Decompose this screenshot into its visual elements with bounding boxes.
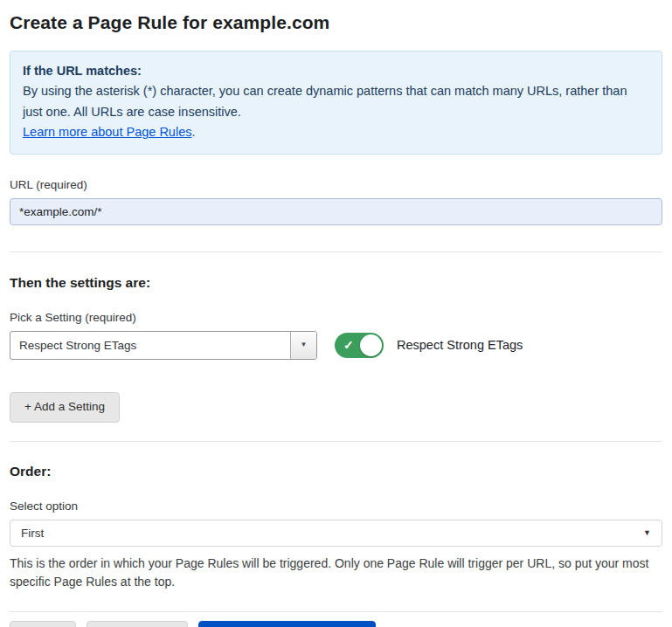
create-page-rule-panel: Create a Page Rule for example.com If th…	[0, 0, 672, 627]
check-icon: ✓	[343, 339, 354, 351]
page-title: Create a Page Rule for example.com	[10, 12, 662, 33]
save-draft-button[interactable]: Save as Draft	[87, 621, 188, 627]
url-field-label: URL (required)	[10, 178, 662, 191]
divider-after-settings	[10, 441, 662, 442]
order-help-text: This is the order in which your Page Rul…	[10, 555, 662, 591]
footer-actions: Cancel Save as Draft Save and Deploy Pag…	[10, 621, 662, 627]
order-select-value: First	[21, 527, 44, 540]
url-match-info-box: If the URL matches: By using the asteris…	[10, 51, 662, 155]
learn-more-link[interactable]: Learn more about Page Rules	[23, 125, 191, 139]
settings-section-heading: Then the settings are:	[10, 275, 662, 291]
dropdown-arrow-icon: ▼	[301, 341, 308, 348]
info-link-suffix: .	[191, 125, 195, 139]
add-setting-button[interactable]: + Add a Setting	[10, 392, 120, 423]
divider-before-footer	[10, 611, 662, 612]
pick-setting-label: Pick a Setting (required)	[10, 311, 662, 324]
etags-toggle-group: ✓ Respect Strong ETags	[335, 333, 523, 358]
divider-after-url	[10, 251, 662, 252]
etags-toggle-label: Respect Strong ETags	[397, 338, 523, 352]
save-deploy-button[interactable]: Save and Deploy Page Rule	[198, 621, 377, 627]
order-select-label: Select option	[10, 500, 662, 513]
info-box-body: By using the asterisk (*) character, you…	[23, 81, 649, 122]
caret-down-icon: ▼	[643, 528, 651, 537]
toggle-knob	[360, 334, 382, 356]
etags-toggle-switch[interactable]: ✓	[335, 333, 384, 358]
cancel-button[interactable]: Cancel	[10, 621, 76, 627]
url-input[interactable]	[10, 198, 662, 225]
setting-select-value: Respect Strong ETags	[10, 332, 290, 359]
setting-select[interactable]: Respect Strong ETags ▼	[10, 331, 317, 360]
order-select[interactable]: First ▼	[10, 520, 662, 547]
setting-row: Respect Strong ETags ▼ ✓ Respect Strong …	[10, 331, 662, 360]
info-box-heading: If the URL matches:	[23, 61, 649, 81]
setting-select-arrow-button[interactable]: ▼	[290, 332, 316, 359]
order-section-heading: Order:	[10, 464, 662, 479]
info-box-link-row: Learn more about Page Rules.	[23, 122, 649, 142]
